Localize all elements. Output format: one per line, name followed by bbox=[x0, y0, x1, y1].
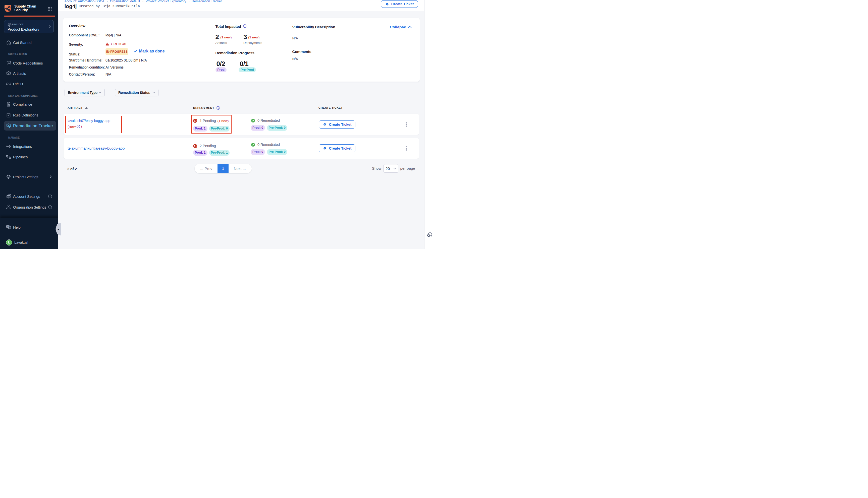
svg-text:?: ? bbox=[7, 225, 9, 228]
